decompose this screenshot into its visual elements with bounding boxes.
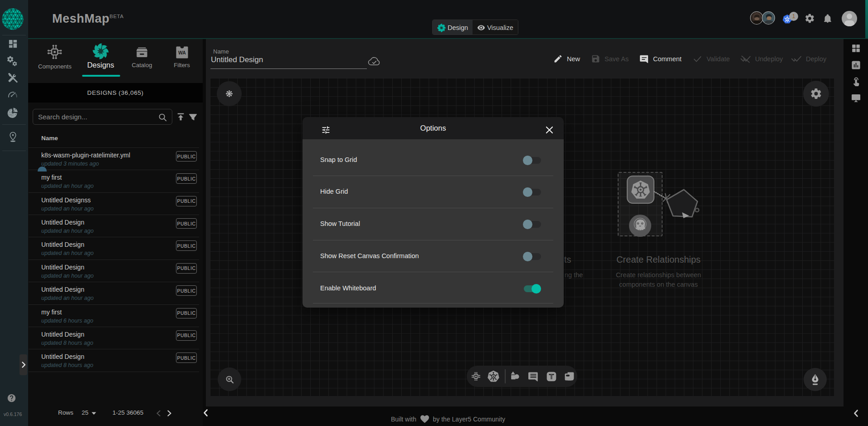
svg-text:WA: WA <box>178 50 186 55</box>
